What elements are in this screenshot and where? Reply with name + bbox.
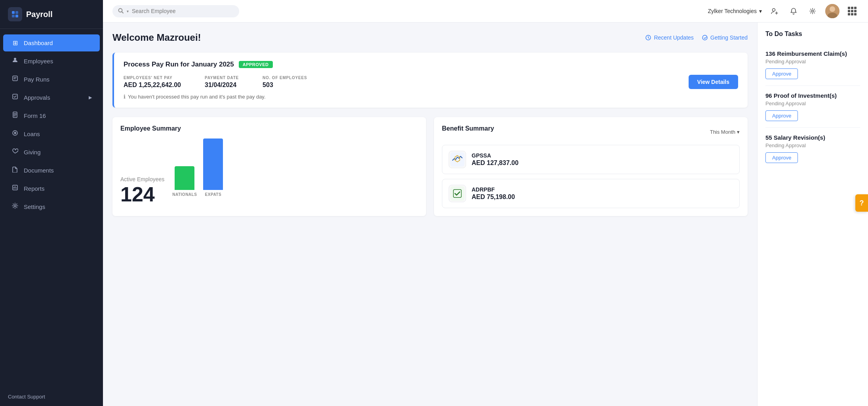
search-dropdown-arrow[interactable]: ▾ [127,9,129,13]
expats-bar [203,138,223,190]
sidebar-item-approvals[interactable]: Approvals ▶ [3,89,100,106]
employee-summary-title: Employee Summary [120,125,418,132]
active-employees-section: Active Employees 124 [120,176,164,205]
header-right: Zylker Technologies ▾ [708,4,858,18]
todo-reimbursement-title: 136 Reimbursement Claim(s) [765,50,860,57]
content-area: Welcome Mazrouei! Recent Updates Getting… [103,23,868,406]
company-name: Zylker Technologies [708,8,757,14]
sidebar-item-label: Settings [24,203,45,210]
reports-icon [11,184,19,192]
todo-item-reimbursement: 136 Reimbursement Claim(s) Pending Appro… [765,44,860,86]
sidebar-item-label: Reports [24,185,45,192]
approvals-icon [11,93,19,101]
num-employees-label: NO. OF EMPLOYEES [263,76,307,80]
sidebar-item-pay-runs[interactable]: Pay Runs [3,70,100,88]
settings-gear-icon[interactable] [806,5,819,17]
avatar[interactable] [825,4,839,18]
todo-investment-title: 96 Proof of Investment(s) [765,92,860,99]
sidebar-item-reports[interactable]: Reports [3,180,100,197]
payment-date-label: PAYMENT DATE [205,76,239,80]
svg-rect-20 [450,186,464,201]
main-area: ▾ Zylker Technologies ▾ [103,0,868,406]
adrpbf-info: ADRPBF AED 75,198.00 [472,186,515,201]
gpssa-logo [449,151,466,168]
todo-investment-sub: Pending Approval [765,101,860,106]
svg-rect-2 [12,15,15,17]
app-grid-icon[interactable] [846,5,858,17]
right-panel: To Do Tasks 136 Reimbursement Claim(s) P… [757,23,868,406]
page-header: Welcome Mazrouei! Recent Updates Getting… [112,32,748,43]
benefit-items-list: GPSSA AED 127,837.00 [442,145,740,208]
todo-item-salary: 55 Salary Revision(s) Pending Approval A… [765,128,860,169]
nationals-bar-item: NATIONALS [172,166,197,197]
benefit-summary-header: Benefit Summary This Month ▾ [442,125,740,138]
employee-summary-card: Employee Summary Active Employees 124 NA… [112,117,426,216]
svg-rect-1 [15,11,18,14]
logo-icon [8,7,22,21]
approve-salary-button[interactable]: Approve [765,152,798,163]
svg-point-15 [830,6,835,12]
expats-label: EXPATS [205,192,222,197]
benefit-item-adrpbf: ADRPBF AED 75,198.00 [442,179,740,208]
benefit-filter-dropdown[interactable]: This Month ▾ [710,129,740,135]
approve-reimbursement-button[interactable]: Approve [765,68,798,79]
page-actions: Recent Updates Getting Started [645,34,748,41]
search-bar[interactable]: ▾ [112,5,239,17]
view-details-button[interactable]: View Details [689,75,738,89]
benefit-summary-card: Benefit Summary This Month ▾ [434,117,748,216]
help-button[interactable]: ? [855,194,868,212]
loans-icon [11,130,19,138]
todo-salary-title: 55 Salary Revision(s) [765,134,860,141]
svg-rect-5 [13,76,17,81]
search-input[interactable] [132,8,234,14]
approve-investment-button[interactable]: Approve [765,110,798,121]
payment-date-field: PAYMENT DATE 31/04/2024 [205,76,239,89]
sidebar-item-documents[interactable]: Documents [3,161,100,179]
app-logo[interactable]: Payroll [0,0,103,29]
page-title: Welcome Mazrouei! [112,32,201,43]
add-user-button[interactable] [768,5,781,17]
svg-rect-0 [12,11,15,14]
recent-updates-link[interactable]: Recent Updates [645,34,693,41]
num-employees-field: NO. OF EMPLOYEES 503 [263,76,307,89]
net-pay-value: AED 1,25,22,642.00 [124,82,181,89]
svg-rect-19 [450,152,464,167]
svg-rect-3 [15,15,18,17]
form16-icon [11,112,19,120]
pay-run-title: Process Pay Run for January 2025 [124,61,234,68]
adrpbf-logo [449,185,466,202]
sidebar-item-label: Approvals [24,94,50,101]
main-content: Welcome Mazrouei! Recent Updates Getting… [103,23,757,406]
chevron-down-icon: ▾ [759,8,762,14]
expats-bar-item: EXPATS [203,138,223,197]
sidebar-item-loans[interactable]: Loans [3,125,100,142]
pay-run-header: Process Pay Run for January 2025 APPROVE… [124,61,738,68]
net-pay-field: EMPLOYEES' NET PAY AED 1,25,22,642.00 [124,76,181,89]
sidebar-item-employees[interactable]: Employees [3,52,100,70]
num-employees-value: 503 [263,82,307,89]
gpssa-amount: AED 127,837.00 [472,159,518,167]
company-selector[interactable]: Zylker Technologies ▾ [708,8,762,14]
sidebar-item-settings[interactable]: Settings [3,198,100,215]
gpssa-info: GPSSA AED 127,837.00 [472,152,518,167]
svg-point-18 [702,35,707,40]
getting-started-link[interactable]: Getting Started [702,34,748,41]
svg-point-4 [14,58,16,60]
settings-icon [11,203,19,211]
sidebar-item-label: Dashboard [24,40,53,46]
dashboard-icon: ⊞ [11,39,19,47]
app-name: Payroll [26,10,53,19]
contact-support[interactable]: Contact Support [0,387,103,406]
sidebar-item-label: Loans [24,131,40,137]
info-icon: ℹ [124,94,126,100]
notification-bell-icon[interactable] [787,5,800,17]
search-icon [118,8,124,15]
todo-item-investment: 96 Proof of Investment(s) Pending Approv… [765,86,860,128]
pay-run-warning: ℹ You haven't processed this pay run and… [124,94,738,100]
sidebar-item-giving[interactable]: Giving [3,143,100,161]
svg-point-10 [14,205,16,207]
sidebar-item-label: Form 16 [24,112,46,119]
sidebar-item-dashboard[interactable]: ⊞ Dashboard [3,34,100,51]
giving-icon [11,148,19,156]
sidebar-item-form16[interactable]: Form 16 [3,107,100,124]
